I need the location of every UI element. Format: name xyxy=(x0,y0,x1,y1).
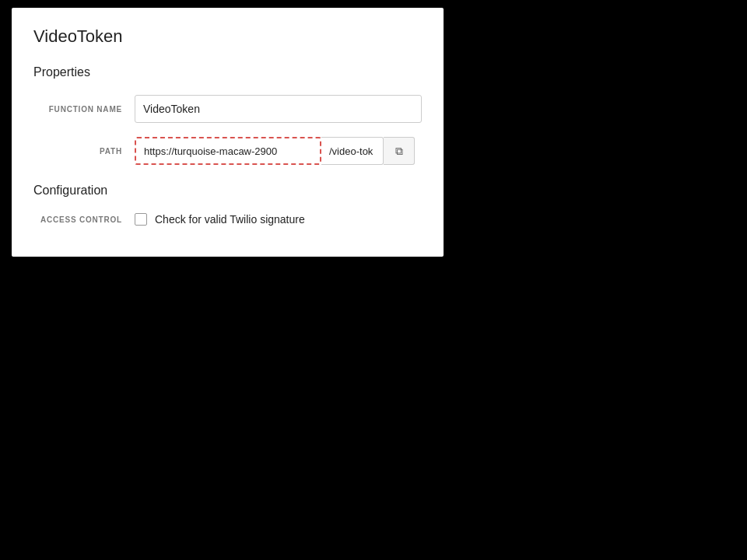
access-control-checkbox[interactable] xyxy=(135,213,147,226)
copy-icon: ⧉ xyxy=(395,145,403,158)
path-row: PATH /video-tok ⧉ xyxy=(33,137,422,165)
function-name-row: FUNCTION NAME xyxy=(33,95,422,123)
path-suffix: /video-tok xyxy=(321,137,384,165)
access-control-row: ACCESS CONTROL Check for valid Twilio si… xyxy=(33,213,422,226)
access-control-label: ACCESS CONTROL xyxy=(33,215,135,224)
checkbox-text: Check for valid Twilio signature xyxy=(155,213,305,226)
path-url-input[interactable] xyxy=(135,137,321,165)
path-label: PATH xyxy=(33,147,135,156)
access-control-checkbox-label[interactable]: Check for valid Twilio signature xyxy=(135,213,305,226)
function-name-input[interactable] xyxy=(135,95,422,123)
main-card: VideoToken Properties FUNCTION NAME PATH… xyxy=(12,8,444,257)
function-name-label: FUNCTION NAME xyxy=(33,105,135,114)
configuration-heading: Configuration xyxy=(33,184,422,198)
card-title: VideoToken xyxy=(33,26,422,47)
properties-heading: Properties xyxy=(33,65,422,79)
copy-button[interactable]: ⧉ xyxy=(384,137,415,165)
path-wrapper: /video-tok ⧉ xyxy=(135,137,422,165)
